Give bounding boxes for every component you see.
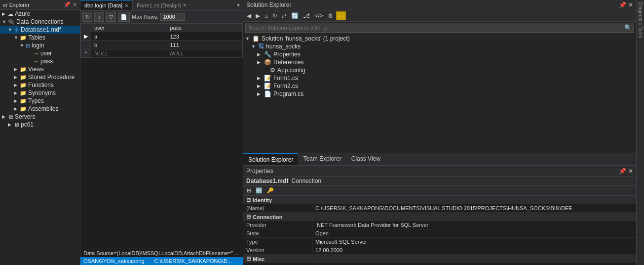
tree-item-servers[interactable]: ▶ 🖥 Servers: [0, 113, 80, 121]
se-reload-button[interactable]: 🔄: [290, 12, 300, 20]
se-back-button[interactable]: ◀: [245, 12, 253, 20]
tree-item-label: pc61: [21, 121, 34, 128]
status-right: C:\USERS\K_SAKKAPONG\D...: [154, 258, 232, 264]
tree-item-pc61[interactable]: ▶ 🖥 pc61: [0, 121, 80, 129]
section-label: Identity: [253, 197, 272, 203]
properties-panel-header: Properties 📌 ✕: [243, 166, 636, 177]
tree-item-views[interactable]: ▶ 📁 Views: [0, 65, 80, 73]
folder-icon: 📁: [20, 35, 27, 41]
close-icon[interactable]: ✕: [628, 1, 633, 8]
data-connections-icon: 🔌: [8, 19, 15, 25]
tab-close-icon[interactable]: ✕: [124, 3, 128, 8]
table-row: ▶ a 123: [81, 32, 243, 41]
tree-item-login[interactable]: ▼ ⊞ login: [0, 42, 80, 49]
refresh-button[interactable]: ↻: [82, 12, 92, 22]
tab-label: dbo.login [Data]: [84, 2, 122, 8]
tree-item-pass[interactable]: ↔ pass: [0, 57, 80, 65]
se-sync-button[interactable]: ⇄: [280, 12, 288, 20]
server-explorer-tree: ▶ ☁ Azure ▼ 🔌 Data Connections ▼ 🗄 Datab…: [0, 10, 80, 265]
tab-class-view[interactable]: Class View: [346, 153, 385, 165]
cell-pass-null[interactable]: NULL: [167, 49, 243, 58]
se-forward-button[interactable]: ▶: [254, 12, 262, 20]
se-item-form2[interactable]: ▶ 📝 Form2.cs: [243, 82, 636, 90]
tree-item-label: Views: [28, 66, 44, 73]
arrow-icon: ▼: [14, 35, 20, 40]
se-item-form1[interactable]: ▶ 📝 Form1.cs: [243, 74, 636, 82]
tree-item-data-connections[interactable]: ▼ 🔌 Data Connections: [0, 18, 80, 26]
tree-item-tables[interactable]: ▼ 📁 Tables: [0, 34, 80, 42]
se-item-app-config[interactable]: ⚙ App.config: [243, 66, 636, 74]
props-value: Microsoft SQL Server: [312, 238, 636, 246]
props-label: Provider: [243, 221, 312, 229]
tree-item-database1[interactable]: ▼ 🗄 Database1.mdf: [0, 26, 80, 34]
props-grid-button[interactable]: ⊞: [245, 187, 253, 194]
props-label: Version: [243, 246, 312, 254]
tree-item-types[interactable]: ▶ 📁 Types: [0, 97, 80, 105]
se-settings-button[interactable]: ⚙: [326, 12, 335, 20]
database-icon: 🗄: [14, 27, 19, 33]
se-item-project[interactable]: ▼ 🏗 hunsa_socks: [243, 43, 636, 50]
tree-item-assemblies[interactable]: ▶ 📁 Assemblies: [0, 105, 80, 113]
tree-item-user[interactable]: ↔ user: [0, 49, 80, 57]
pin-icon[interactable]: 📌: [64, 1, 71, 8]
cell-pass[interactable]: 111: [167, 41, 243, 49]
tree-item-label: Types: [28, 97, 44, 104]
tab-form1-design[interactable]: Form1.cs [Design] ✕: [133, 1, 191, 10]
form1-icon: 📝: [264, 75, 271, 82]
se-code-button[interactable]: </>: [313, 12, 324, 20]
tab-team-explorer[interactable]: Team Explorer: [298, 153, 346, 165]
arrow-icon: ▼: [8, 27, 14, 32]
se-minus-button[interactable]: —: [336, 11, 346, 20]
pin-icon[interactable]: 📌: [619, 1, 626, 8]
server-explorer-title: er Explorer: [3, 2, 30, 8]
se-item-solution[interactable]: ▼ 📋 Solution 'hunsa_socks' (1 project): [243, 35, 636, 43]
tab-overflow[interactable]: ▼: [234, 2, 243, 8]
props-title-bar: Database1.mdf Connection: [243, 177, 636, 186]
arrow-icon: ▶: [257, 60, 264, 65]
collapse-icon: ⊟: [246, 256, 251, 262]
se-git-button[interactable]: ⎇: [302, 12, 311, 20]
sort-button[interactable]: ↕: [94, 12, 104, 22]
tree-item-azure[interactable]: ▶ ☁ Azure: [0, 10, 80, 18]
se-item-references[interactable]: ▶ 📦 References: [243, 58, 636, 66]
pc-icon: 🖥: [14, 122, 19, 128]
se-refresh-button[interactable]: ↻: [271, 12, 279, 20]
row-indicator-header: [81, 24, 91, 32]
se-search-input[interactable]: [246, 24, 622, 32]
se-item-properties[interactable]: ▶ 🔧 Properties: [243, 50, 636, 58]
props-sort-button[interactable]: 🔤: [254, 187, 264, 194]
se-item-label: Form2.cs: [273, 83, 298, 89]
tab-close-icon[interactable]: ✕: [183, 2, 187, 8]
props-row-version: Version 12.00.2000: [243, 246, 636, 255]
se-search-bar: 🔍: [245, 23, 634, 33]
tab-dbo-login[interactable]: dbo.login [Data] ✕: [80, 0, 133, 10]
se-home-button[interactable]: ⌂: [263, 12, 269, 20]
se-item-program[interactable]: ▶ 📄 Program.cs: [243, 90, 636, 98]
tree-item-label: Azure: [15, 10, 30, 17]
diagnostic-tools-bar[interactable]: Diagnostic Tools: [636, 0, 644, 265]
arrow-icon: ▶: [14, 98, 20, 103]
props-key-button[interactable]: 🔑: [265, 187, 275, 194]
props-value: Open: [312, 229, 636, 237]
tab-solution-explorer[interactable]: Solution Explorer: [243, 153, 298, 165]
server-explorer-panel: er Explorer 📌 ✕ ▶ ☁ Azure ▼ 🔌 Data Conne…: [0, 0, 80, 265]
arrow-icon: ▶: [257, 52, 264, 57]
tree-item-synonyms[interactable]: ▶ 📁 Synonyms: [0, 89, 80, 97]
cell-user[interactable]: a: [91, 32, 167, 41]
pin-icon[interactable]: 📌: [619, 168, 626, 175]
cell-user[interactable]: b: [91, 41, 167, 49]
close-icon[interactable]: ✕: [73, 1, 77, 8]
tree-item-stored-procedures[interactable]: ▶ 📁 Stored Procedure: [0, 73, 80, 81]
script-button[interactable]: 📄: [118, 12, 130, 22]
cell-pass[interactable]: 123: [167, 32, 243, 41]
props-section-header-connection: ⊟ Connection: [243, 213, 636, 221]
tree-item-functions[interactable]: ▶ 📁 Functions: [0, 81, 80, 89]
arrow-icon: ▶: [257, 91, 264, 96]
filter-button[interactable]: ▽: [106, 12, 116, 22]
program-icon: 📄: [264, 90, 271, 97]
row-blank-indicator: [81, 41, 91, 49]
max-rows-input[interactable]: 1000: [160, 13, 185, 21]
status-left: OSANGYO\k_sakkapong: [83, 258, 145, 264]
cell-user-null[interactable]: NULL: [91, 49, 167, 58]
close-icon[interactable]: ✕: [628, 168, 633, 175]
